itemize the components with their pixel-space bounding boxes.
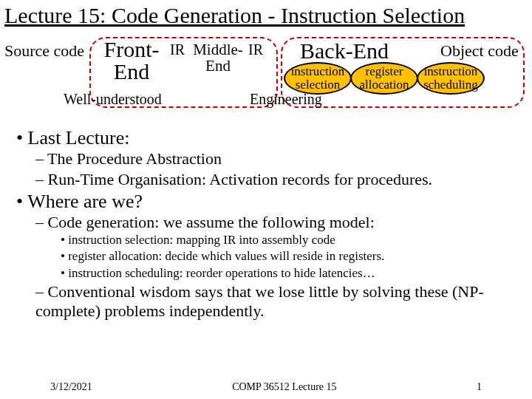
bullet-where-text: Where are we?	[27, 191, 143, 212]
oval-instruction-scheduling: instruction scheduling	[417, 62, 485, 95]
bullet-last2: Run-Time Organisation: Activation record…	[35, 170, 516, 189]
bullet-w1c: instruction scheduling: reorder operatio…	[61, 265, 516, 281]
footer-course: COMP 36512 Lecture 15	[232, 381, 336, 393]
compiler-diagram: Source code Front-End IR Middle-End IR B…	[4, 35, 528, 124]
bullet-w1b: register allocation: decide which values…	[61, 248, 516, 264]
well-understood-label: Well-understood	[64, 91, 162, 108]
middle-end-label: Middle-End	[192, 41, 244, 74]
bullet-last-lecture-text: Last Lecture:	[28, 127, 130, 149]
bullet-where1: Code generation: we assume the following…	[35, 213, 516, 281]
middle-end-text: Middle-End	[193, 41, 243, 75]
bullet-where2: Conventional wisdom says that we lose li…	[35, 282, 516, 321]
bullet-w1a: instruction selection: mapping IR into a…	[61, 232, 516, 248]
oval-register-allocation: register allocation	[350, 62, 418, 95]
slide-title: Lecture 15: Code Generation - Instructio…	[0, 0, 532, 34]
bullet-last1: The Procedure Abstraction	[35, 149, 516, 168]
oval3-line1: instruction	[418, 65, 483, 78]
oval3-line2: scheduling	[418, 78, 483, 92]
oval1-line2: selection	[285, 78, 350, 92]
source-code-label: Source code	[4, 41, 84, 61]
bullet-where1-text: Code generation: we assume the following…	[48, 213, 375, 231]
slide-footer: 3/12/2021 COMP 36512 Lecture 15 1	[0, 381, 532, 393]
ir-label-2: IR	[248, 41, 263, 58]
front-end-text: Front-End	[104, 37, 160, 83]
oval2-line2: allocation	[352, 78, 417, 92]
bullet-content: Last Lecture: The Procedure Abstraction …	[0, 124, 532, 321]
bullet-last-lecture: Last Lecture: The Procedure Abstraction …	[16, 127, 516, 189]
footer-date: 3/12/2021	[50, 381, 92, 393]
front-end-label: Front-End	[99, 38, 164, 83]
back-end-label: Back-End	[300, 38, 389, 64]
object-code-label: Object code	[440, 41, 519, 61]
oval1-line1: instruction	[285, 65, 350, 78]
oval2-line1: register	[352, 65, 417, 78]
engineering-label: Engineering	[250, 91, 322, 108]
footer-page: 1	[477, 381, 482, 393]
oval-instruction-selection: instruction selection	[284, 62, 352, 95]
bullet-where: Where are we? Code generation: we assume…	[16, 191, 516, 321]
ir-label-1: IR	[170, 41, 185, 58]
